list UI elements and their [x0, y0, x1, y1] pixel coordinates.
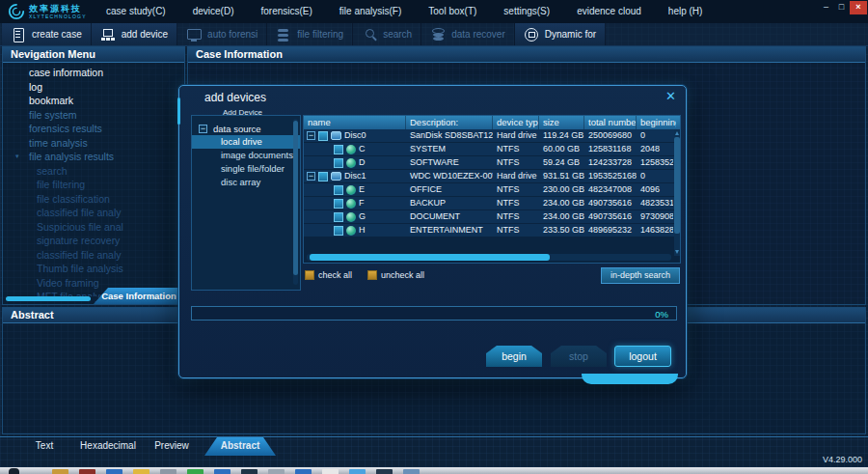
menu-item[interactable]: help (H) [655, 0, 717, 23]
in-depth-search-button[interactable]: in-depth search [601, 267, 680, 284]
table-row[interactable]: E OFFICE NTFS 230.00 GB 482347008 4096 [304, 183, 676, 197]
minimize-button[interactable]: – [819, 1, 833, 14]
toolbar-button[interactable]: create case [2, 23, 92, 45]
nav-item[interactable]: file system [3, 108, 184, 123]
row-checkbox[interactable] [334, 226, 343, 236]
uncheck-all-checkbox[interactable] [367, 270, 377, 280]
menu-item[interactable]: file analysis(F) [326, 0, 415, 23]
taskbar-icon[interactable] [268, 469, 285, 474]
table-row[interactable]: G DOCUMENT NTFS 234.00 GB 490735616 9730… [304, 210, 676, 224]
table-row[interactable]: D SOFTWARE NTFS 59.24 GB 124233728 12583… [304, 156, 676, 170]
row-expander-icon[interactable]: − [307, 131, 315, 140]
collapse-icon[interactable]: − [199, 125, 207, 133]
close-button[interactable]: × [850, 1, 867, 14]
maximize-button[interactable]: □ [834, 1, 849, 14]
row-checkbox[interactable] [334, 145, 343, 154]
row-checkbox[interactable] [318, 131, 328, 141]
tree-item[interactable]: image documents [192, 149, 300, 162]
table-row[interactable]: H ENTERTAINMENT NTFS 233.50 GB 489695232… [304, 224, 676, 237]
toolbar-button[interactable]: auto forensi [177, 23, 267, 45]
row-checkbox[interactable] [334, 212, 343, 222]
taskbar-icon[interactable] [322, 469, 339, 474]
nav-horizontal-scrollbar[interactable] [6, 296, 98, 301]
menu-item[interactable]: Tool box(T) [415, 0, 490, 23]
nav-item[interactable]: Video framing [3, 276, 184, 291]
scrollbar-thumb[interactable] [6, 296, 91, 301]
nav-item[interactable]: time analysis [3, 136, 184, 151]
row-expander-icon[interactable]: − [307, 172, 315, 181]
tree-root-item[interactable]: − data source [192, 122, 300, 135]
column-header[interactable]: total numbe... [584, 116, 637, 129]
taskbar-icon[interactable] [295, 469, 312, 474]
menu-item[interactable]: case study(C) [93, 0, 179, 23]
start-button[interactable] [9, 468, 19, 474]
menu-item[interactable]: device(D) [179, 0, 248, 23]
scrollbar-thumb[interactable] [310, 254, 550, 261]
bottom-tab[interactable]: Abstract [204, 437, 276, 456]
tree-item[interactable]: disc array [192, 176, 300, 189]
nav-item[interactable]: bookmark [3, 94, 184, 108]
row-checkbox[interactable] [334, 158, 343, 168]
taskbar-icon[interactable] [187, 469, 203, 474]
stop-button[interactable]: stop [551, 346, 607, 367]
column-header[interactable]: name [304, 116, 406, 129]
begin-button[interactable]: begin [486, 346, 542, 367]
row-checkbox[interactable] [334, 199, 343, 209]
tree-item[interactable]: single file/folder [192, 162, 300, 176]
table-row[interactable]: − Disc0 SanDisk SD8SBAT128G1122 Hard dri… [304, 129, 676, 143]
tree-scrollbar[interactable] [293, 119, 298, 285]
bottom-tab[interactable]: Preview [141, 437, 203, 456]
taskbar-icon[interactable] [133, 469, 149, 474]
table-horizontal-scrollbar[interactable] [307, 254, 671, 261]
toolbar-button[interactable]: add device [92, 23, 177, 45]
nav-item[interactable]: case information [3, 66, 184, 80]
menu-item[interactable]: evidence cloud [563, 0, 655, 23]
nav-item[interactable]: classified file analy [3, 206, 184, 220]
table-row[interactable]: F BACKUP NTFS 234.00 GB 490735616 482353… [304, 197, 676, 210]
case-information-tab[interactable]: Case Information [94, 288, 184, 304]
check-all-checkbox[interactable] [305, 270, 314, 280]
menu-item[interactable]: settings(S) [490, 0, 563, 23]
nav-item[interactable]: Thumb file analysis [3, 262, 184, 276]
nav-item[interactable]: Suspicious file anal [3, 220, 184, 235]
table-vertical-scrollbar[interactable] [674, 129, 680, 256]
windows-taskbar[interactable] [0, 467, 868, 474]
taskbar-icon[interactable] [214, 469, 231, 474]
toolbar-button[interactable]: Dynamic for [515, 23, 606, 45]
taskbar-icon[interactable] [241, 469, 258, 474]
scrollbar-thumb[interactable] [293, 121, 298, 275]
nav-item[interactable]: log [3, 80, 184, 95]
toolbar-button[interactable]: file filtering [267, 23, 353, 45]
toolbar-button[interactable]: search [353, 23, 421, 45]
scroll-up-icon[interactable] [675, 131, 679, 135]
taskbar-icon[interactable] [349, 469, 366, 474]
nav-item[interactable]: classified file analy [3, 248, 184, 263]
taskbar-icon[interactable] [106, 469, 122, 474]
row-checkbox[interactable] [318, 172, 328, 181]
taskbar-icon[interactable] [79, 469, 95, 474]
table-row[interactable]: C SYSTEM NTFS 60.00 GB 125831168 2048 [304, 143, 676, 156]
table-row[interactable]: − Disc1 WDC WD10EZEX-00WN4A0 Hard drive … [304, 170, 676, 183]
bottom-tab[interactable]: Hexadecimal [77, 437, 139, 456]
column-header[interactable]: size [539, 116, 584, 129]
taskbar-icon[interactable] [376, 469, 393, 474]
dialog-close-icon[interactable]: ✕ [665, 90, 676, 102]
nav-item[interactable]: search [3, 164, 184, 179]
menu-item[interactable]: forensics(E) [247, 0, 325, 23]
tree-item[interactable]: local drive [192, 135, 300, 149]
toolbar-button[interactable]: data recover [421, 23, 515, 45]
scrollbar-thumb[interactable] [674, 137, 680, 234]
nav-item[interactable]: signature recovery [3, 234, 184, 248]
taskbar-icon[interactable] [160, 469, 176, 474]
row-checkbox[interactable] [334, 185, 343, 195]
column-header[interactable]: Description: [406, 116, 493, 129]
taskbar-icon[interactable] [403, 469, 420, 474]
nav-item[interactable]: forensics results [3, 122, 184, 136]
column-header[interactable]: device type [493, 116, 539, 129]
scroll-down-icon[interactable] [675, 250, 679, 254]
taskbar-icon[interactable] [52, 469, 68, 474]
nav-item[interactable]: file filtering [3, 178, 184, 192]
nav-item[interactable]: ▾ file analysis results [3, 150, 184, 164]
bottom-tab[interactable]: Text [14, 437, 75, 456]
nav-item[interactable]: file classification [3, 192, 184, 207]
